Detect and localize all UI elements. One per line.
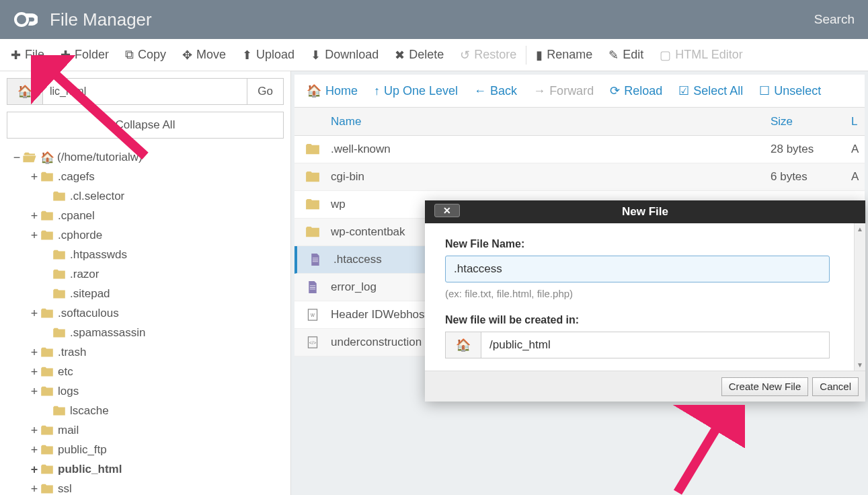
collapse-icon[interactable]: − xyxy=(12,151,22,165)
tree-node[interactable]: +public_ftp xyxy=(12,441,284,460)
restore-button[interactable]: ↺Restore xyxy=(452,39,524,71)
scroll-down-icon[interactable]: ▼ xyxy=(855,359,865,371)
folder-icon xyxy=(40,230,54,241)
col-last[interactable]: L xyxy=(851,115,865,128)
tree-node[interactable]: .razor xyxy=(12,265,284,284)
create-file-button[interactable]: Create New File xyxy=(721,377,809,396)
nav-reload[interactable]: ⟳Reload xyxy=(603,75,669,107)
tree-node[interactable]: +.cagefs xyxy=(12,167,284,187)
collapse-all-button[interactable]: Collapse All xyxy=(7,112,284,139)
tree-node[interactable]: .htpasswds xyxy=(12,245,284,265)
tree-label: lscache xyxy=(70,404,109,418)
page-title: File Manager xyxy=(50,9,152,30)
folder-icon xyxy=(305,198,320,211)
folder-tree: − 🏠 (/home/tutorialw) +.cagefs.cl.select… xyxy=(0,145,290,495)
folder-icon xyxy=(40,484,54,494)
svg-text:</>: </> xyxy=(309,340,317,346)
up-icon: ↑ xyxy=(374,84,380,98)
nav-forward[interactable]: →Forward xyxy=(526,75,600,107)
file-row[interactable]: .well-known28 bytesA xyxy=(294,136,865,163)
tree-node[interactable]: +etc xyxy=(12,363,284,382)
file-button[interactable]: ✚File xyxy=(3,39,52,71)
tree-node[interactable]: +mail xyxy=(12,421,284,441)
expand-icon[interactable]: + xyxy=(30,307,39,321)
folder-button[interactable]: ✚Folder xyxy=(52,39,117,71)
folder-icon xyxy=(52,269,66,280)
expand-icon[interactable]: + xyxy=(30,229,39,243)
tree-label: .razor xyxy=(70,268,99,281)
tree-label: mail xyxy=(58,424,79,437)
pencil-icon: ✎ xyxy=(608,48,619,63)
expand-icon[interactable]: + xyxy=(30,385,39,399)
expand-icon[interactable]: + xyxy=(30,482,39,495)
expand-icon[interactable]: + xyxy=(30,443,39,457)
modal-header[interactable]: ✕ New File xyxy=(425,200,865,223)
expand-icon[interactable]: + xyxy=(30,424,39,438)
move-button[interactable]: ✥Move xyxy=(174,39,234,71)
tree-node[interactable]: +.trash xyxy=(12,343,284,363)
go-button[interactable]: Go xyxy=(247,78,284,105)
nav-up[interactable]: ↑Up One Level xyxy=(367,75,465,107)
home-icon: 🏠 xyxy=(456,338,471,352)
nav-select-all[interactable]: ☑Select All xyxy=(672,75,750,107)
path-input[interactable] xyxy=(43,78,247,105)
edit-button[interactable]: ✎Edit xyxy=(600,39,652,71)
scroll-up-icon[interactable]: ▲ xyxy=(855,223,865,235)
folder-icon xyxy=(40,172,54,182)
tree-label: .sitepad xyxy=(70,287,110,301)
tree-node[interactable]: lscache xyxy=(12,402,284,421)
filename-input[interactable] xyxy=(445,256,830,282)
cancel-button[interactable]: Cancel xyxy=(812,377,859,396)
home-button[interactable]: 🏠 xyxy=(7,78,43,105)
copy-button[interactable]: ⧉Copy xyxy=(117,39,174,71)
nav-home[interactable]: 🏠Home xyxy=(300,75,364,107)
tree-node[interactable]: +.softaculous xyxy=(12,304,284,323)
path-input[interactable] xyxy=(481,332,830,358)
tree-label: .cagefs xyxy=(58,170,95,184)
close-button[interactable]: ✕ xyxy=(434,204,460,217)
folder-open-icon xyxy=(23,152,36,163)
file-icon: ▮ xyxy=(536,48,543,63)
col-size[interactable]: Size xyxy=(771,115,851,128)
folder-icon xyxy=(40,386,54,397)
folder-icon xyxy=(52,250,66,260)
restore-icon: ↺ xyxy=(460,48,470,63)
tree-label: public_html xyxy=(58,463,122,476)
html-editor-button[interactable]: ▢HTML Editor xyxy=(652,39,750,71)
tree-label: etc xyxy=(58,365,73,379)
rename-button[interactable]: ▮Rename xyxy=(528,39,600,71)
upload-button[interactable]: ⬆Upload xyxy=(234,39,303,71)
tree-node[interactable]: .cl.selector xyxy=(12,187,284,206)
expand-icon[interactable]: + xyxy=(30,365,39,379)
nav-back[interactable]: ←Back xyxy=(467,75,524,107)
word-file-icon: w xyxy=(307,309,319,321)
expand-icon[interactable]: + xyxy=(30,463,39,477)
tree-label: .spamassassin xyxy=(70,326,145,340)
file-row[interactable]: cgi-bin6 bytesA xyxy=(294,163,865,191)
col-name[interactable]: Name xyxy=(331,115,771,128)
code-file-icon: </> xyxy=(307,336,319,348)
tree-node[interactable]: .sitepad xyxy=(12,284,284,304)
expand-icon[interactable]: + xyxy=(30,170,39,184)
path-home-button[interactable]: 🏠 xyxy=(445,332,481,358)
delete-button[interactable]: ✖Delete xyxy=(387,39,452,71)
file-name: .well-known xyxy=(331,143,771,156)
tree-node[interactable]: +logs xyxy=(12,382,284,402)
tree-node[interactable]: .spamassassin xyxy=(12,323,284,343)
tree-node[interactable]: +.cphorde xyxy=(12,226,284,245)
svg-point-0 xyxy=(15,13,28,26)
expand-icon[interactable]: + xyxy=(30,346,39,360)
nav-unselect[interactable]: ☐Unselect xyxy=(752,75,828,107)
folder-icon xyxy=(305,143,320,155)
plus-icon: ✚ xyxy=(11,48,21,63)
tree-node[interactable]: +.cpanel xyxy=(12,206,284,226)
search-label[interactable]: Search xyxy=(814,12,855,27)
tree-node[interactable]: +ssl xyxy=(12,480,284,495)
modal-scrollbar[interactable]: ▲ ▼ xyxy=(854,223,865,371)
file-last: A xyxy=(851,170,865,184)
tree-node[interactable]: +public_html xyxy=(12,460,284,480)
expand-icon[interactable]: + xyxy=(30,209,39,223)
tree-root[interactable]: − 🏠 (/home/tutorialw) xyxy=(12,148,284,167)
reload-icon: ⟳ xyxy=(610,83,620,98)
download-button[interactable]: ⬇Download xyxy=(303,39,387,71)
